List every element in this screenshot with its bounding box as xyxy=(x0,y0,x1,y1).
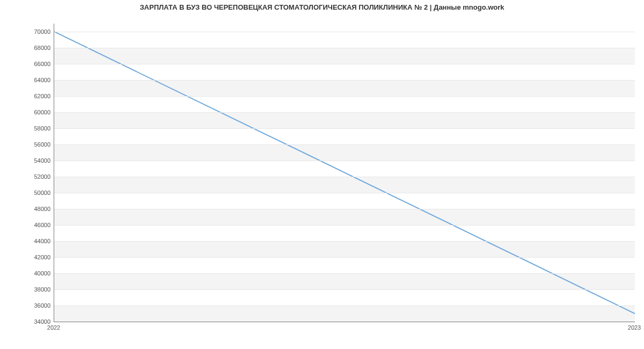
gridline xyxy=(54,273,635,274)
gridline xyxy=(54,193,635,193)
x-tick-label: 2023 xyxy=(628,324,641,331)
y-tick-label: 54000 xyxy=(3,157,50,164)
y-tick-label: 58000 xyxy=(3,125,50,132)
gridline xyxy=(54,209,635,209)
y-tick-label: 40000 xyxy=(3,270,50,277)
y-tick-label: 52000 xyxy=(3,173,50,180)
y-tick-label: 48000 xyxy=(3,206,50,212)
y-tick-label: 42000 xyxy=(3,254,50,260)
x-tick-label: 2022 xyxy=(47,324,60,331)
y-tick-label: 44000 xyxy=(3,238,50,244)
gridline xyxy=(54,96,635,97)
y-tick-label: 64000 xyxy=(3,77,50,83)
gridline xyxy=(54,64,635,64)
gridline xyxy=(54,112,635,113)
y-tick-label: 60000 xyxy=(3,109,50,115)
gridline xyxy=(54,289,635,290)
gridline xyxy=(54,128,635,129)
y-tick-label: 70000 xyxy=(3,28,50,35)
y-tick-label: 66000 xyxy=(3,61,50,67)
gridline xyxy=(54,80,635,81)
gridline xyxy=(54,144,635,145)
y-tick-label: 56000 xyxy=(3,141,50,148)
gridline xyxy=(54,32,635,32)
y-tick-label: 62000 xyxy=(3,93,50,99)
gridline xyxy=(54,177,635,177)
y-tick-label: 38000 xyxy=(3,286,50,293)
gridline xyxy=(54,322,635,322)
gridline xyxy=(54,161,635,161)
salary-chart: ЗАРПЛАТА В БУЗ ВО ЧЕРЕПОВЕЦКАЯ СТОМАТОЛО… xyxy=(0,0,644,349)
line-series xyxy=(54,24,635,322)
plot-area xyxy=(54,24,635,322)
gridline xyxy=(54,241,635,242)
y-tick-label: 36000 xyxy=(3,302,50,309)
gridline xyxy=(54,225,635,226)
y-tick-label: 46000 xyxy=(3,222,50,228)
gridline xyxy=(54,257,635,258)
chart-title: ЗАРПЛАТА В БУЗ ВО ЧЕРЕПОВЕЦКАЯ СТОМАТОЛО… xyxy=(0,3,644,11)
y-tick-label: 68000 xyxy=(3,45,50,51)
gridline xyxy=(54,48,635,48)
y-tick-label: 34000 xyxy=(3,318,50,325)
y-tick-label: 50000 xyxy=(3,190,50,196)
gridline xyxy=(54,306,635,306)
